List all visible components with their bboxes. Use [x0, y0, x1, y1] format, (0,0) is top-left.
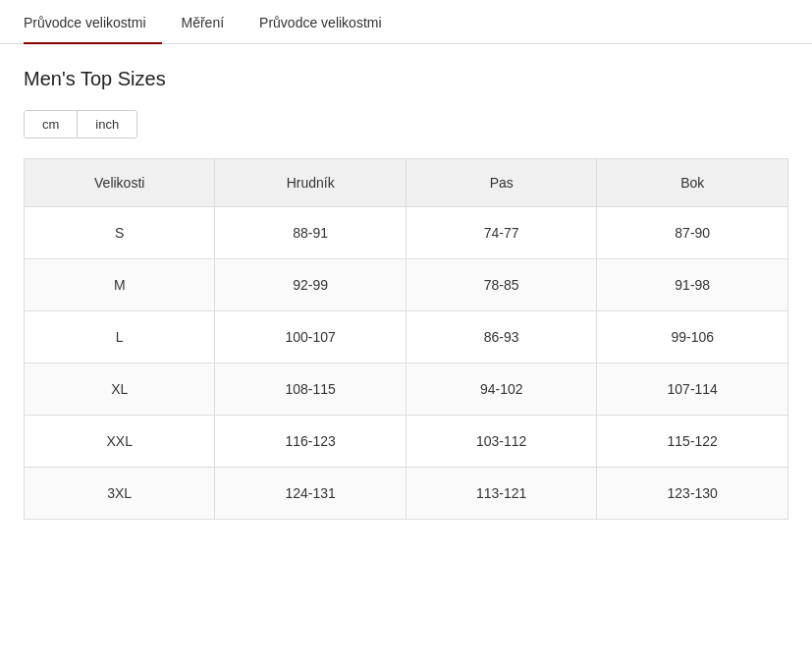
cell-bok: 115-122 [597, 416, 788, 468]
section-title: Men's Top Sizes [24, 68, 788, 90]
cell-pas: 78-85 [406, 259, 597, 311]
size-table: Velikosti Hrudník Pas Bok S88-9174-7787-… [24, 158, 788, 520]
table-row: 3XL124-131113-121123-130 [25, 468, 788, 520]
tab-pruvodce-velikostmi-2[interactable]: Průvodce velikostmi [259, 1, 398, 44]
cell-hrudnik: 100-107 [215, 311, 406, 363]
cell-bok: 99-106 [597, 311, 788, 363]
table-row: M92-9978-8591-98 [25, 259, 788, 311]
unit-toggle: cm inch [24, 110, 137, 139]
unit-cm-button[interactable]: cm [25, 111, 78, 138]
cell-pas: 113-121 [406, 468, 597, 520]
table-row: S88-9174-7787-90 [25, 207, 788, 259]
cell-hrudnik: 88-91 [215, 207, 406, 259]
cell-pas: 94-102 [406, 363, 597, 416]
cell-bok: 91-98 [597, 259, 788, 311]
cell-hrudnik: 108-115 [215, 363, 406, 416]
cell-size: L [25, 311, 215, 363]
cell-size: M [25, 259, 215, 311]
cell-pas: 86-93 [406, 311, 597, 363]
table-row: L100-10786-9399-106 [25, 311, 788, 363]
col-header-bok: Bok [597, 159, 788, 207]
main-content: Men's Top Sizes cm inch Velikosti Hrudní… [0, 44, 812, 543]
cell-pas: 103-112 [406, 416, 597, 468]
cell-hrudnik: 124-131 [215, 468, 406, 520]
cell-pas: 74-77 [406, 207, 597, 259]
cell-bok: 123-130 [597, 468, 788, 520]
cell-hrudnik: 92-99 [215, 259, 406, 311]
cell-hrudnik: 116-123 [215, 416, 406, 468]
col-header-size: Velikosti [25, 159, 215, 207]
tab-mereni[interactable]: Měření [182, 1, 241, 44]
table-header-row: Velikosti Hrudník Pas Bok [25, 159, 788, 207]
cell-bok: 107-114 [597, 363, 788, 416]
cell-bok: 87-90 [597, 207, 788, 259]
cell-size: 3XL [25, 468, 215, 520]
table-row: XXL116-123103-112115-122 [25, 416, 788, 468]
cell-size: XXL [25, 416, 215, 468]
cell-size: S [25, 207, 215, 259]
cell-size: XL [25, 363, 215, 416]
col-header-pas: Pas [406, 159, 597, 207]
tabs-nav: Průvodce velikostmi Měření Průvodce veli… [0, 0, 812, 44]
unit-inch-button[interactable]: inch [78, 111, 136, 138]
tab-pruvodce-velikostmi-1[interactable]: Průvodce velikostmi [24, 1, 162, 44]
col-header-hrudnik: Hrudník [215, 159, 406, 207]
table-row: XL108-11594-102107-114 [25, 363, 788, 416]
